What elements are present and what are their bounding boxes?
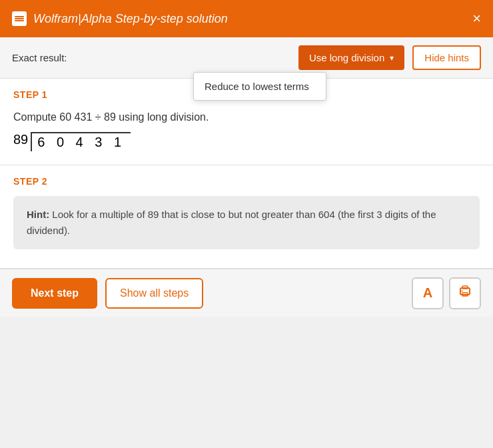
divisor: 89 — [13, 132, 28, 147]
hint-text: Look for a multiple of 89 that is close … — [27, 209, 436, 236]
dividend: 6 0 4 3 1 — [31, 132, 131, 151]
wolfram-icon — [12, 11, 27, 26]
header: Wolfram|Alpha Step-by-step solution × — [0, 0, 493, 37]
toolbar: Exact result: Use long division ▾ Hide h… — [0, 37, 493, 79]
header-left: Wolfram|Alpha Step-by-step solution — [12, 11, 228, 26]
footer-right: A — [412, 277, 481, 309]
main-content: STEP 1 Compute 60 431 ÷ 89 using long di… — [0, 79, 493, 269]
dropdown-menu: Reduce to lowest terms — [193, 72, 326, 101]
exact-result-label: Exact result: — [12, 52, 67, 63]
show-all-steps-button[interactable]: Show all steps — [105, 278, 203, 309]
step-2-label: STEP 2 — [13, 176, 480, 187]
step-1-description: Compute 60 431 ÷ 89 using long division. — [13, 109, 480, 125]
use-long-division-dropdown[interactable]: Use long division ▾ — [298, 45, 404, 70]
next-step-button[interactable]: Next step — [12, 278, 97, 309]
long-division: 89 6 0 4 3 1 — [13, 132, 480, 151]
step-2-section: STEP 2 Hint: Look for a multiple of 89 t… — [0, 165, 493, 269]
dropdown-label: Use long division — [309, 52, 384, 63]
svg-rect-1 — [15, 18, 24, 19]
svg-rect-2 — [15, 20, 24, 21]
hide-hints-button[interactable]: Hide hints — [412, 45, 481, 70]
font-icon: A — [423, 285, 432, 301]
reduce-to-lowest-terms-item[interactable]: Reduce to lowest terms — [194, 73, 326, 100]
print-icon — [458, 284, 472, 302]
hint-bold: Hint: — [27, 209, 49, 220]
hint-box: Hint: Look for a multiple of 89 that is … — [13, 196, 480, 249]
chevron-down-icon: ▾ — [390, 53, 394, 63]
footer: Next step Show all steps A — [0, 269, 493, 317]
close-button[interactable]: × — [472, 11, 481, 26]
print-button[interactable] — [449, 277, 481, 309]
svg-point-6 — [462, 291, 463, 292]
svg-rect-0 — [15, 16, 24, 17]
header-title: Wolfram|Alpha Step-by-step solution — [33, 12, 228, 26]
font-size-button[interactable]: A — [412, 277, 444, 309]
